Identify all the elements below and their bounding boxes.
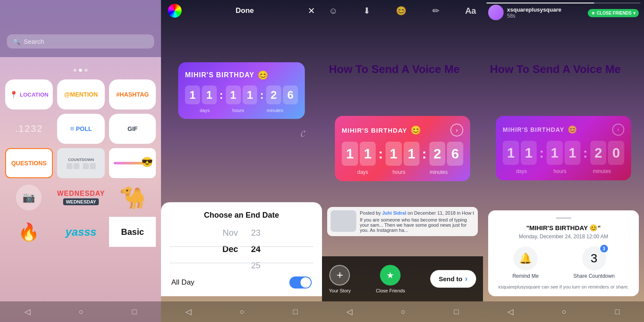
p3-countdown-card[interactable]: MIHIR'S BIRTHDAY 😊 › 1 1 : 1 1 : 2 6 day… — [335, 116, 470, 181]
camera-icon: 📷 — [22, 191, 35, 204]
color-wheel[interactable] — [168, 4, 182, 18]
sticker-day[interactable]: WEDNESDAY WEDNESDAY — [57, 182, 105, 213]
p3-digit-3: 1 — [386, 142, 402, 166]
p4-digit-3: 1 — [547, 141, 563, 165]
close-button[interactable]: ✕ — [308, 6, 315, 16]
recents-button-3[interactable]: □ — [454, 307, 459, 316]
story-header: ☺ ⬇ 😊 ✏ Aa — [322, 0, 483, 21]
sticker-icon[interactable]: 😊 — [396, 6, 407, 16]
recents-button-2[interactable]: □ — [293, 307, 298, 316]
blog-text: Posted by Juhi Sidral on December 11, 20… — [360, 210, 474, 233]
close-friends-btn[interactable]: ★ Close Friends — [376, 265, 405, 293]
home-button[interactable]: ○ — [79, 307, 84, 316]
share-countdown-label: Share Countdown — [574, 273, 615, 279]
day-25: 25 — [251, 261, 261, 270]
popup-handle — [556, 217, 571, 219]
sticker-counter[interactable]: .1232 — [5, 114, 53, 144]
p4-digit-5: 2 — [590, 141, 607, 165]
back-button[interactable]: ◁ — [24, 307, 30, 316]
p4-label-minutes: minutes — [593, 168, 611, 174]
done-button[interactable]: Done — [236, 6, 254, 15]
sticker-fire[interactable]: 🔥 — [5, 217, 53, 247]
p4-countdown-card[interactable]: MIHIR'S BIRTHDAY 😊 › 1 1 : 1 1 : 2 0 day… — [496, 116, 631, 180]
sticker-hashtag[interactable]: #HASHTAG — [109, 79, 156, 109]
remind-me-label: Remind Me — [512, 273, 538, 279]
bg-content-4: How To Send A Voice Me — [483, 56, 644, 83]
popup-footer: xsquareplusysquare can see if you turn o… — [495, 284, 632, 289]
month-picker[interactable]: Nov Dec Jan — [222, 228, 238, 270]
popup-date: Monday, December 24, 2018 12:00 AM — [495, 234, 632, 240]
p4-countdown-emoji: 😊 — [568, 125, 577, 134]
countdown-title: MIHIR'S BIRTHDAY — [185, 71, 254, 79]
digits-row: 1 1 : 1 1 : 2 6 — [185, 85, 298, 104]
close-friends-text: CLOSE FRIENDS — [597, 11, 632, 15]
p4-arrow-btn[interactable]: › — [612, 124, 624, 136]
digit-2: 1 — [202, 85, 217, 104]
story-viewer-panel: xsquareplusysquare 58s ★ CLOSE FRIENDS ▾… — [483, 0, 644, 322]
day-23: 23 — [251, 228, 261, 237]
reminder-popup: "MIHIR'S BIRTHDAY 😊" Monday, December 24… — [488, 210, 639, 296]
label-days: days — [200, 108, 210, 113]
p3-countdown-title: MIHIR'S BIRTHDAY — [342, 127, 407, 134]
p4-label-days: days — [516, 168, 527, 174]
pen-icon[interactable]: ✏ — [432, 6, 440, 16]
top-blur — [0, 0, 161, 57]
back-button-2[interactable]: ◁ — [185, 307, 191, 316]
send-to-btn[interactable]: Send to › — [430, 270, 476, 288]
sticker-countdown[interactable]: COUNTDOWN — [57, 148, 105, 178]
date-picker-title: Choose an End Date — [161, 211, 322, 220]
p4-digit-4: 1 — [565, 141, 581, 165]
all-day-label: All Day — [171, 278, 194, 287]
viewer-header: xsquareplusysquare 58s ★ CLOSE FRIENDS ▾ — [483, 0, 644, 21]
story-share-panel: ☺ ⬇ 😊 ✏ Aa How To Send A Voice Me MIHIR'… — [322, 0, 483, 322]
month-dec: Dec — [222, 245, 238, 253]
countdown-editor-panel: Done ✕ MIHIR'S BIRTHDAY 😊 1 1 : 1 1 : 2 … — [161, 0, 322, 322]
cursor-hint: 𝓒 — [301, 129, 305, 139]
p3-digit-5: 2 — [429, 142, 446, 166]
sticker-poll[interactable]: ≡ POLL — [57, 114, 105, 144]
home-button-3[interactable]: ○ — [401, 307, 406, 316]
sticker-picker-panel: 🔍 Search 📍 LOCATION @MENTION #HASHTAG .1… — [0, 0, 161, 322]
home-button-4[interactable]: ○ — [562, 307, 567, 316]
back-button-4[interactable]: ◁ — [507, 307, 513, 316]
p3-digit-4: 1 — [404, 142, 420, 166]
home-button-2[interactable]: ○ — [240, 307, 245, 316]
search-bar[interactable]: 🔍 Search — [7, 34, 154, 49]
label-minutes: minutes — [267, 108, 283, 113]
sticker-camel[interactable]: 🐪 — [109, 182, 156, 213]
your-story-btn[interactable]: + Your Story — [329, 265, 351, 293]
p3-digit-1: 1 — [342, 142, 358, 166]
text-icon[interactable]: Aa — [465, 6, 476, 16]
p3-label-hours: hours — [392, 169, 405, 175]
remind-me-btn[interactable]: 🔔 Remind Me — [512, 246, 538, 279]
download-icon[interactable]: ⬇ — [363, 6, 371, 16]
editor-header: Done ✕ — [161, 0, 322, 21]
sticker-location[interactable]: 📍 LOCATION — [5, 79, 53, 109]
countdown-card: MIHIR'S BIRTHDAY 😊 1 1 : 1 1 : 2 6 days … — [178, 62, 305, 119]
recents-button[interactable]: □ — [132, 307, 137, 316]
sticker-camera[interactable]: 📷 — [5, 182, 53, 213]
share-bottom-bar: + Your Story ★ Close Friends Send to › — [322, 256, 483, 301]
sticker-emoji-slider[interactable] — [109, 148, 156, 178]
bell-icon: 🔔 — [519, 252, 532, 264]
date-picker: Choose an End Date Nov Dec Jan 23 24 25 … — [161, 202, 322, 296]
timestamp: 58s — [507, 13, 584, 19]
sticker-yasss[interactable]: yasss — [57, 217, 105, 247]
recents-button-4[interactable]: □ — [615, 307, 620, 316]
share-countdown-btn[interactable]: 3 Share Countdown — [574, 246, 615, 279]
p3-countdown-emoji: 😊 — [410, 125, 421, 135]
search-input[interactable]: Search — [24, 38, 44, 45]
bg-content: How To Send A Voice Me — [322, 56, 483, 83]
search-icon: 🔍 — [13, 38, 20, 45]
day-picker[interactable]: 23 24 25 — [251, 228, 261, 270]
back-button-3[interactable]: ◁ — [346, 307, 352, 316]
sticker-basic[interactable]: Basic — [109, 217, 156, 247]
all-day-toggle[interactable] — [289, 276, 312, 289]
sticker-mention[interactable]: @MENTION — [57, 79, 105, 109]
face-icon[interactable]: ☺ — [329, 6, 337, 16]
popup-title: "MIHIR'S BIRTHDAY 😊" — [495, 224, 632, 232]
sticker-gif[interactable]: GIF — [109, 114, 156, 144]
plus-icon: + — [337, 268, 343, 282]
sticker-questions[interactable]: QUESTIONS — [5, 148, 53, 178]
p3-arrow-btn[interactable]: › — [450, 124, 463, 137]
